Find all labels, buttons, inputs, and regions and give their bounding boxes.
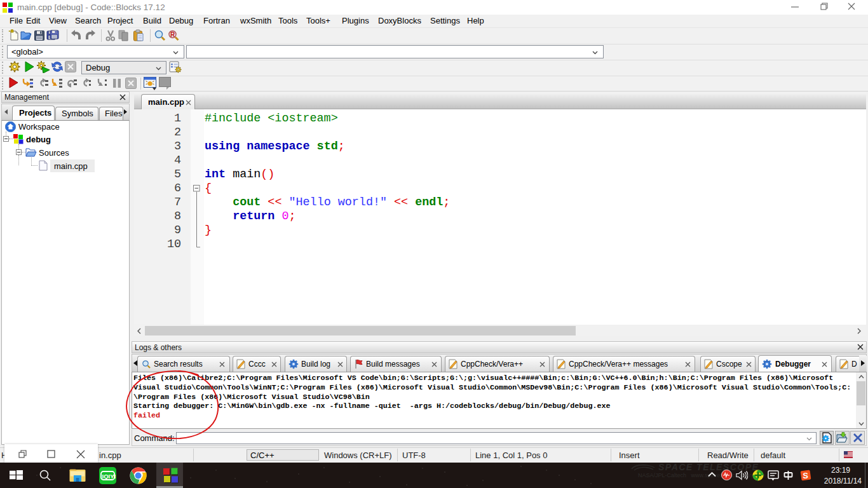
svg-text:S: S <box>803 471 808 480</box>
svg-text:R: R <box>170 31 175 38</box>
svg-text:IQIYI: IQIYI <box>102 473 116 480</box>
